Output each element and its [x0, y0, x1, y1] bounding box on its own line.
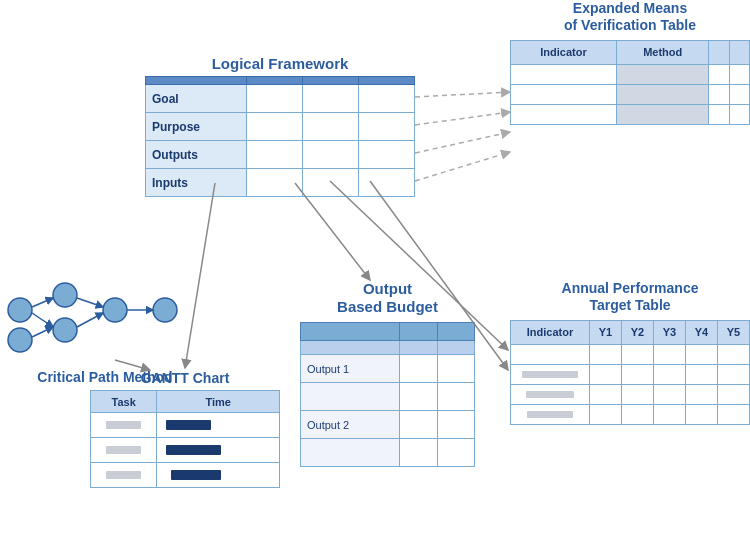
gantt-table: Task Time [90, 390, 280, 488]
emv-header-method: Method [616, 40, 708, 64]
obb-row: Output 1 [301, 355, 475, 383]
gantt-section: GANTT Chart Task Time [90, 370, 280, 488]
svg-point-5 [153, 298, 177, 322]
emv-header-col3 [709, 40, 729, 64]
cpm-title: Critical Path Method [0, 369, 210, 385]
emv-table: Indicator Method [510, 40, 750, 125]
gantt-header-task: Task [91, 391, 157, 413]
svg-line-9 [77, 298, 103, 307]
svg-line-15 [415, 152, 510, 181]
gantt-row [91, 463, 280, 488]
obb-title: Output Based Budget [300, 280, 475, 316]
lf-row-inputs: Inputs [146, 169, 247, 197]
obb-row: Output 2 [301, 411, 475, 439]
svg-point-0 [8, 298, 32, 322]
cpm-diagram [0, 255, 200, 365]
svg-line-7 [32, 313, 53, 327]
apt-header-y4: Y4 [685, 320, 717, 344]
svg-line-19 [295, 183, 370, 280]
lf-row-goal: Goal [146, 85, 247, 113]
gantt-row [91, 438, 280, 463]
apt-row [511, 344, 750, 364]
emv-header-col4 [729, 40, 749, 64]
lf-row-purpose: Purpose [146, 113, 247, 141]
logical-framework: Logical Framework Goal Purpose Outputs I… [145, 55, 415, 197]
apt-header-indicator: Indicator [511, 320, 590, 344]
svg-point-2 [53, 283, 77, 307]
apt-row [511, 364, 750, 384]
apt-header-y3: Y3 [653, 320, 685, 344]
apt-header-y5: Y5 [717, 320, 749, 344]
svg-line-10 [77, 313, 103, 327]
emv-row [511, 104, 750, 124]
emv-header-indicator: Indicator [511, 40, 617, 64]
svg-line-12 [415, 92, 510, 97]
obb-section: Output Based Budget Output 1 Output 2 [300, 280, 475, 467]
emv-section: Expanded Means of Verification Table Ind… [510, 0, 750, 125]
svg-point-4 [103, 298, 127, 322]
emv-row [511, 84, 750, 104]
obb-row [301, 439, 475, 467]
apt-table: Indicator Y1 Y2 Y3 Y4 Y5 [510, 320, 750, 425]
apt-section: Annual Performance Target Table Indicato… [510, 280, 750, 425]
apt-header-y2: Y2 [621, 320, 653, 344]
apt-row [511, 404, 750, 424]
lf-row-outputs: Outputs [146, 141, 247, 169]
svg-line-6 [32, 298, 53, 307]
apt-title: Annual Performance Target Table [510, 280, 750, 314]
svg-line-13 [415, 112, 510, 125]
lf-table: Goal Purpose Outputs Inputs [145, 76, 415, 197]
svg-point-3 [53, 318, 77, 342]
apt-header-y1: Y1 [589, 320, 621, 344]
svg-line-14 [415, 132, 510, 153]
apt-row [511, 384, 750, 404]
svg-line-8 [32, 327, 53, 337]
svg-point-1 [8, 328, 32, 352]
emv-title: Expanded Means of Verification Table [510, 0, 750, 34]
gantt-header-time: Time [157, 391, 280, 413]
emv-row [511, 64, 750, 84]
lf-title: Logical Framework [145, 55, 415, 72]
gantt-row [91, 413, 280, 438]
obb-row [301, 383, 475, 411]
cpm-section: Critical Path Method [0, 255, 210, 385]
obb-table: Output 1 Output 2 [300, 322, 475, 467]
